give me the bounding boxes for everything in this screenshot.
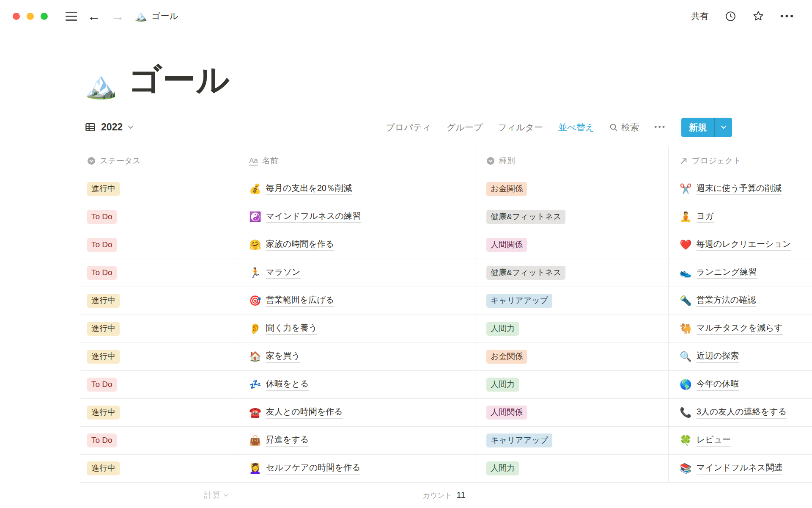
page-link[interactable]: マラソン [266,266,301,279]
view-tab-2022[interactable]: 2022 [85,121,134,133]
status-cell[interactable]: To Do [80,427,238,454]
column-header-project[interactable]: プロジェクト [668,147,812,175]
close-window-button[interactable] [13,13,20,20]
new-button[interactable]: 新規 [681,118,732,137]
project-link[interactable]: マインドフルネス関連 [697,462,783,475]
updates-clock-icon[interactable] [725,11,736,22]
filter-button[interactable]: フィルター [498,121,543,133]
project-cell[interactable]: ❤️毎週のレクリエーション [668,231,812,259]
type-cell[interactable]: キャリアアップ [475,287,668,315]
table-row: To Do🤗家族の時間を作る人間関係❤️毎週のレクリエーション [80,231,812,259]
search-button[interactable]: 検索 [609,121,639,133]
zoom-window-button[interactable] [41,13,48,20]
minimize-window-button[interactable] [27,13,34,20]
column-header-type[interactable]: 種別 [475,147,668,175]
project-link[interactable]: 営業方法の確認 [697,294,756,307]
status-cell[interactable]: 進行中 [80,287,238,315]
column-header-status[interactable]: ステータス [80,147,238,175]
chevron-down-icon [721,125,727,129]
page-emoji-icon: 👟 [680,268,692,278]
project-link[interactable]: 週末に使う予算の削減 [697,182,782,195]
page-link[interactable]: マインドフルネスの練習 [266,210,361,223]
sort-button[interactable]: 並べ替え [558,121,594,133]
status-badge: 進行中 [87,406,120,420]
type-badge: キャリアアップ [486,433,552,447]
favorite-star-icon[interactable] [752,10,764,22]
page-link[interactable]: 休暇をとる [266,378,309,391]
type-cell[interactable]: 人間関係 [475,231,668,259]
project-cell[interactable]: 🔍近辺の探索 [668,343,812,370]
project-cell[interactable]: 🍀レビュー [668,427,812,454]
project-link[interactable]: 今年の休暇 [697,378,739,391]
status-cell[interactable]: 進行中 [80,343,238,370]
type-cell[interactable]: 健康&フィットネス [475,259,668,287]
project-link[interactable]: 近辺の探索 [697,350,739,363]
status-cell[interactable]: 進行中 [80,175,238,203]
project-link[interactable]: ヨガ [697,210,714,223]
page-link[interactable]: 昇進をする [266,434,309,447]
back-arrow-icon[interactable]: ← [87,9,101,23]
project-cell[interactable]: 🌎今年の休暇 [668,371,812,398]
project-link[interactable]: 毎週のレクリエーション [697,238,791,251]
type-cell[interactable]: キャリアアップ [475,427,668,454]
project-cell[interactable]: 🔦営業方法の確認 [668,287,812,315]
type-cell[interactable]: 人間関係 [475,399,668,426]
name-cell[interactable]: ☯️マインドフルネスの練習 [238,203,475,231]
page-link[interactable]: セルフケアの時間を作る [266,462,361,475]
status-cell[interactable]: To Do [80,203,238,231]
page-link[interactable]: 聞く力を養う [266,322,317,335]
type-cell[interactable]: お金関係 [475,343,668,370]
project-link[interactable]: 3人の友人の連絡をする [697,406,787,419]
name-cell[interactable]: 💰毎月の支出を20％削減 [238,175,475,203]
status-cell[interactable]: 進行中 [80,455,238,482]
name-cell[interactable]: 🏠家を買う [238,343,475,370]
status-cell[interactable]: To Do [80,259,238,287]
status-cell[interactable]: 進行中 [80,399,238,426]
page-link[interactable]: 毎月の支出を20％削減 [266,182,352,195]
more-options-icon[interactable]: ••• [780,11,795,22]
page-link[interactable]: 営業範囲を広げる [266,294,334,307]
project-cell[interactable]: 🐫マルチタスクを減らす [668,315,812,342]
name-cell[interactable]: 🏃マラソン [238,259,475,287]
name-cell[interactable]: 👂聞く力を養う [238,315,475,342]
type-badge: 健康&フィットネス [486,266,565,280]
type-cell[interactable]: 健康&フィットネス [475,203,668,231]
project-link[interactable]: マルチタスクを減らす [697,322,783,335]
page-title[interactable]: ゴール [128,62,230,98]
name-cell[interactable]: 🤗家族の時間を作る [238,231,475,259]
table-row: 進行中💰毎月の支出を20％削減お金関係✂️週末に使う予算の削減 [80,175,812,203]
properties-button[interactable]: プロパティ [386,121,431,133]
project-link[interactable]: レビュー [697,434,731,447]
page-link[interactable]: 友人との時間を作る [266,406,343,419]
status-cell[interactable]: To Do [80,371,238,398]
calculate-button[interactable]: 計算 [204,489,228,501]
count-aggregate[interactable]: カウント 11 [423,490,466,500]
status-cell[interactable]: To Do [80,231,238,259]
page-emoji-icon[interactable]: 🏔️ [85,72,117,98]
group-button[interactable]: グループ [447,121,483,133]
name-cell[interactable]: ☎️友人との時間を作る [238,399,475,426]
project-link[interactable]: ランニング練習 [697,266,757,279]
new-button-dropdown[interactable] [714,118,732,137]
view-more-icon[interactable]: ••• [654,123,666,132]
name-cell[interactable]: 💆‍♀️セルフケアの時間を作る [238,455,475,482]
page-link[interactable]: 家族の時間を作る [266,238,334,251]
project-cell[interactable]: 🧘ヨガ [668,203,812,231]
page-link[interactable]: 家を買う [266,350,300,363]
type-cell[interactable]: お金関係 [475,175,668,203]
project-cell[interactable]: 👟ランニング練習 [668,259,812,287]
share-button[interactable]: 共有 [691,10,709,22]
name-cell[interactable]: 👜昇進をする [238,427,475,454]
project-cell[interactable]: 📚マインドフルネス関連 [668,455,812,482]
breadcrumb[interactable]: 🏔️ ゴール [134,10,178,22]
type-cell[interactable]: 人間力 [475,315,668,342]
name-cell[interactable]: 💤休暇をとる [238,371,475,398]
type-cell[interactable]: 人間力 [475,371,668,398]
type-cell[interactable]: 人間力 [475,455,668,482]
sidebar-toggle-icon[interactable] [66,12,77,21]
column-header-name[interactable]: Aa 名前 [238,147,475,175]
status-cell[interactable]: 進行中 [80,315,238,342]
name-cell[interactable]: 🎯営業範囲を広げる [238,287,475,315]
project-cell[interactable]: ✂️週末に使う予算の削減 [668,175,812,203]
project-cell[interactable]: 📞3人の友人の連絡をする [668,399,812,426]
